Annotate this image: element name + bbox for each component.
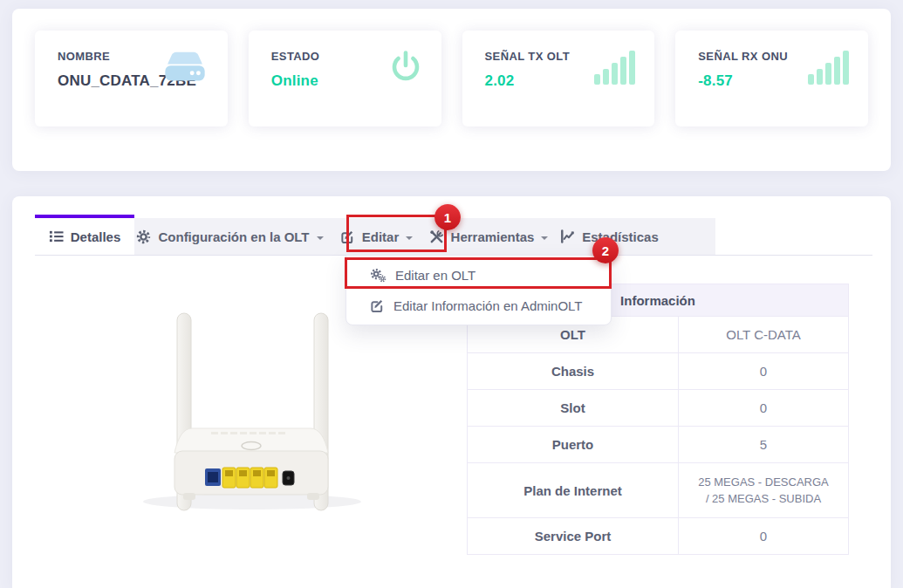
router-icon [160,48,210,86]
tab-editar[interactable]: Editar [325,218,428,255]
menu-item-label: Editar en OLT [395,268,475,283]
tab-label: Herramientas [451,229,535,244]
table-row: Service Port 0 [468,518,849,555]
menu-item-editar-en-olt[interactable]: Editar en OLT [346,260,611,291]
gear-icon [136,229,151,244]
onu-product-image [134,308,414,544]
chevron-down-icon [317,236,324,240]
row-value: 0 [679,353,849,390]
tab-detalles[interactable]: Detalles [35,215,134,255]
editar-dropdown-menu: Editar en OLT Editar Información en Admi… [345,255,612,325]
stat-card-estado: ESTADO Online [249,31,441,126]
detail-panel: Detalles Configuración en la OLT [12,196,891,588]
table-row: Plan de Internet 25 MEGAS - DESCARGA / 2… [468,463,849,518]
stat-card-nombre: NOMBRE ONU_CDATA_72BE [35,31,228,126]
row-value: 0 [679,390,849,427]
edit-icon [340,229,355,244]
row-value: OLT C-DATA [679,317,849,353]
row-value: 5 [679,427,849,463]
row-label: Service Port [468,518,679,555]
chevron-down-icon [541,236,548,240]
list-icon [49,229,64,243]
cogs-icon [370,268,387,283]
tab-label: Estadísticas [582,229,659,244]
page-background: NOMBRE ONU_CDATA_72BE ESTADO Online [0,0,903,588]
tools-icon [429,229,444,244]
tab-label: Detalles [71,229,121,244]
signal-bars-icon [807,48,851,86]
tab-label: Editar [362,229,400,244]
annotation-badge-2: 2 [592,237,619,263]
chevron-down-icon [406,236,413,240]
stat-cards-row: NOMBRE ONU_CDATA_72BE ESTADO Online [35,31,868,126]
row-value: 0 [679,518,849,555]
row-label: Chasis [468,353,679,390]
stat-card-senal-rx-onu: SEÑAL RX ONU -8.57 [675,31,868,126]
tab-label: Configuración en la OLT [158,229,309,244]
tab-configuracion-en-la-olt[interactable]: Configuración en la OLT [134,218,325,255]
table-row: Slot 0 [468,390,849,427]
row-label: Plan de Internet [468,463,679,518]
menu-item-editar-informacion-adminolt[interactable]: Editar Información en AdminOLT [346,291,611,321]
row-label: Puerto [468,427,679,463]
chart-line-icon [560,229,575,243]
table-row: Chasis 0 [468,353,849,390]
annotation-badge-1: 1 [434,204,461,230]
menu-item-label: Editar Información en AdminOLT [393,298,583,313]
edit-icon [370,298,385,313]
summary-panel: NOMBRE ONU_CDATA_72BE ESTADO Online [12,9,891,171]
row-value: 25 MEGAS - DESCARGA / 25 MEGAS - SUBIDA [679,463,849,518]
signal-bars-icon [593,48,637,86]
table-row: Puerto 5 [468,427,849,463]
row-label: Slot [468,390,679,427]
power-icon [387,48,424,86]
stat-card-senal-tx-olt: SEÑAL TX OLT 2.02 [462,31,655,126]
